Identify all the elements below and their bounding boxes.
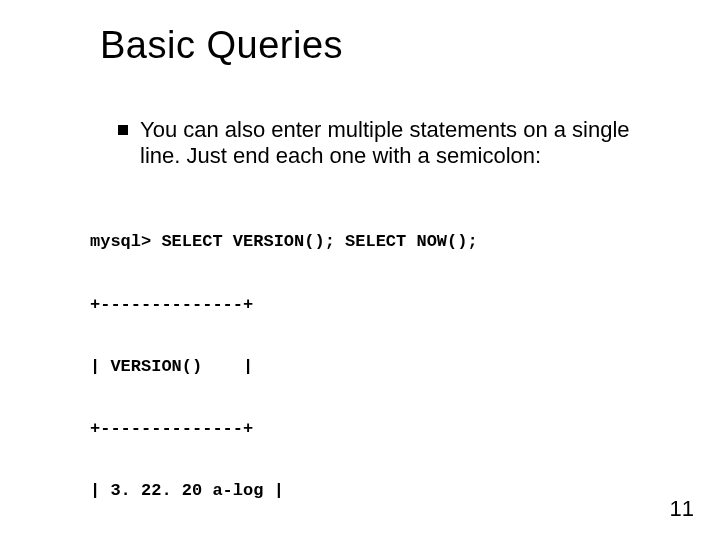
bullet-item: You can also enter multiple statements o… [118, 117, 660, 169]
slide-title: Basic Queries [100, 24, 660, 67]
code-block: mysql> SELECT VERSION(); SELECT NOW(); +… [90, 191, 660, 540]
code-line: | 3. 22. 20 a-log | [90, 481, 660, 502]
code-line: | VERSION() | [90, 357, 660, 378]
page-number: 11 [670, 496, 694, 522]
slide-body: You can also enter multiple statements o… [100, 117, 660, 540]
code-line: mysql> SELECT VERSION(); SELECT NOW(); [90, 232, 660, 253]
slide: Basic Queries You can also enter multipl… [0, 0, 720, 540]
code-line: +--------------+ [90, 295, 660, 316]
square-bullet-icon [118, 125, 128, 135]
code-line: +--------------+ [90, 419, 660, 440]
bullet-text: You can also enter multiple statements o… [140, 117, 660, 169]
